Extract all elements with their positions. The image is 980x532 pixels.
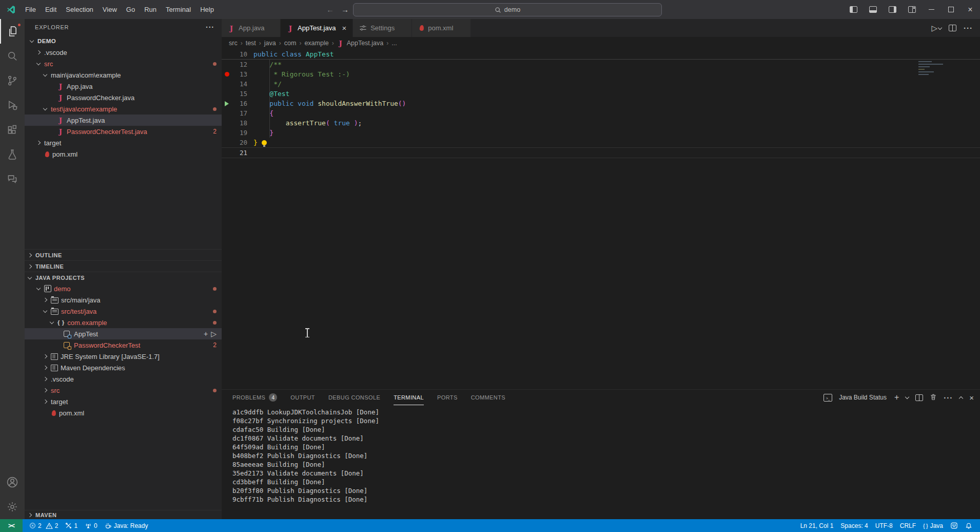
breakpoint-glyph[interactable] — [222, 72, 232, 77]
explorer-more-actions-icon[interactable]: ··· — [206, 23, 214, 31]
tree-item-apptest-java[interactable]: JAppTest.java — [25, 115, 222, 126]
activity-testing-icon[interactable] — [0, 142, 25, 167]
tab-close-icon[interactable]: × — [342, 24, 346, 32]
settings-gear-icon[interactable] — [0, 495, 25, 519]
close-panel-icon[interactable]: × — [969, 393, 974, 402]
menu-run[interactable]: Run — [140, 6, 161, 13]
code-line-18[interactable]: 18 assertTrue( true ); — [222, 118, 980, 128]
activity-run-debug-icon[interactable] — [0, 93, 25, 118]
run-dropdown-icon[interactable] — [938, 25, 942, 29]
tree-item-src[interactable]: src — [25, 385, 222, 396]
section-timeline[interactable]: TIMELINE — [25, 260, 222, 272]
code-line-16[interactable]: 16 public void shouldAnswerWithTrue() — [222, 99, 980, 108]
panel-tab-problems[interactable]: PROBLEMS4 — [232, 390, 277, 405]
tree-item-passwordcheckertest-java[interactable]: JPasswordCheckerTest.java2 — [25, 126, 222, 137]
java-status[interactable]: Java: Ready — [101, 519, 152, 532]
activity-comments-icon[interactable] — [0, 167, 25, 192]
section-java-projects[interactable]: JAVA PROJECTS — [25, 272, 222, 283]
tree-item-target[interactable]: target — [25, 137, 222, 148]
breadcrumb-item-example[interactable]: example — [304, 40, 328, 47]
code-line-20[interactable]: 20} — [222, 138, 980, 147]
activity-search-icon[interactable] — [0, 44, 25, 68]
breadcrumb-item-[interactable]: ... — [391, 40, 397, 47]
tree-item-demo[interactable]: DEMO — [25, 35, 222, 47]
activity-source-control-icon[interactable] — [0, 68, 25, 93]
tree-item-pom-xml[interactable]: pom.xml — [25, 148, 222, 160]
toggle-secondary-sidebar-icon[interactable] — [883, 0, 902, 19]
eol-sequence[interactable]: CRLF — [896, 519, 919, 532]
run-test-glyph[interactable] — [222, 101, 232, 106]
tree-item-src-main-java[interactable]: src/main/java — [25, 294, 222, 306]
panel-tab-output[interactable]: OUTPUT — [290, 390, 315, 405]
back-arrow-icon[interactable]: ← — [326, 5, 334, 14]
close-window-icon[interactable]: × — [961, 0, 980, 19]
menu-help[interactable]: Help — [195, 6, 219, 13]
split-terminal-icon[interactable] — [915, 394, 923, 401]
breadcrumb-item-java[interactable]: java — [264, 40, 276, 47]
breadcrumb-item-src[interactable]: src — [229, 40, 238, 47]
tree-item-src-test-java[interactable]: src/test/java — [25, 306, 222, 317]
tab-pom-xml[interactable]: pom.xml — [412, 19, 471, 37]
tree-item-pom-xml[interactable]: pom.xml — [25, 407, 222, 419]
code-line-21[interactable]: 21 — [222, 147, 980, 158]
ports-status[interactable]: 0 — [81, 519, 101, 532]
menu-go[interactable]: Go — [122, 6, 140, 13]
menu-selection[interactable]: Selection — [61, 6, 97, 13]
panel-tab-terminal[interactable]: TERMINAL — [394, 390, 424, 405]
toggle-panel-icon[interactable] — [863, 0, 883, 19]
tree-item-vscode[interactable]: .vscode — [25, 47, 222, 58]
code-line-15[interactable]: 15 @Test — [222, 89, 980, 99]
tree-item-passwordcheckertest[interactable]: PasswordCheckerTest2 — [25, 339, 222, 351]
encoding[interactable]: UTF-8 — [872, 519, 896, 532]
menu-view[interactable]: View — [98, 6, 122, 13]
toggle-sidebar-icon[interactable] — [844, 0, 863, 19]
terminal-name[interactable]: Java Build Status — [839, 394, 887, 401]
breadcrumb-item-test[interactable]: test — [246, 40, 256, 47]
tree-item-vscode[interactable]: .vscode — [25, 373, 222, 385]
panel-tab-debug-console[interactable]: DEBUG CONSOLE — [328, 390, 380, 405]
tasks-status[interactable]: 1 — [62, 519, 81, 532]
panel-tab-ports[interactable]: PORTS — [437, 390, 458, 405]
tree-item-passwordchecker-java[interactable]: JPasswordChecker.java — [25, 92, 222, 103]
code-line-12[interactable]: 12 /** — [222, 60, 980, 69]
indentation[interactable]: Spaces: 4 — [837, 519, 871, 532]
cursor-position[interactable]: Ln 21, Col 1 — [797, 519, 837, 532]
account-icon[interactable] — [0, 470, 25, 495]
menu-file[interactable]: File — [21, 6, 41, 13]
terminal-dropdown-icon[interactable] — [905, 395, 909, 399]
code-line-13[interactable]: 13 * Rigorous Test :-) — [222, 69, 980, 79]
minimize-icon[interactable] — [922, 0, 941, 19]
new-terminal-icon[interactable]: + — [894, 393, 899, 402]
tab-settings[interactable]: Settings — [353, 19, 411, 37]
breadcrumb-item-com[interactable]: com — [284, 40, 297, 47]
section-outline[interactable]: OUTLINE — [25, 249, 222, 261]
tree-item-target[interactable]: target — [25, 396, 222, 407]
feedback-smiley-icon[interactable] — [947, 519, 962, 532]
customize-layout-icon[interactable] — [902, 0, 922, 19]
menu-edit[interactable]: Edit — [41, 6, 61, 13]
tree-item-demo[interactable]: demo — [25, 283, 222, 294]
panel-more-actions-icon[interactable]: ··· — [944, 393, 953, 402]
forward-arrow-icon[interactable]: → — [341, 5, 349, 14]
remote-indicator[interactable]: >< — [0, 519, 23, 532]
lightbulb-icon[interactable] — [262, 140, 267, 145]
tree-item-apptest[interactable]: AppTest+▷ — [25, 328, 222, 339]
notifications-bell-icon[interactable] — [962, 519, 976, 532]
tree-item-com-example[interactable]: { }com.example — [25, 317, 222, 328]
tab-apptest-java[interactable]: JAppTest.java× — [281, 19, 352, 37]
menu-terminal[interactable]: Terminal — [161, 6, 195, 13]
split-editor-icon[interactable] — [949, 25, 956, 31]
language-mode[interactable]: { } Java — [919, 519, 947, 532]
code-line-19[interactable]: 19 } — [222, 128, 980, 138]
tree-item-app-java[interactable]: JApp.java — [25, 81, 222, 92]
tree-item-maven-dependencies[interactable]: Maven Dependencies — [25, 362, 222, 373]
new-test-icon[interactable]: + — [204, 330, 208, 338]
tree-item-main-java-com-example[interactable]: main\java\com\example — [25, 69, 222, 81]
sticky-scroll-line[interactable]: 10public class AppTest — [222, 49, 980, 60]
tree-item-test-java-com-example[interactable]: test\java\com\example — [25, 103, 222, 115]
kill-terminal-icon[interactable] — [930, 393, 937, 402]
activity-extensions-icon[interactable] — [0, 118, 25, 142]
editor-more-actions-icon[interactable]: ··· — [964, 24, 973, 32]
breadcrumb-item-apptest-java[interactable]: JAppTest.java — [337, 39, 384, 47]
code-line-17[interactable]: 17 { — [222, 108, 980, 118]
